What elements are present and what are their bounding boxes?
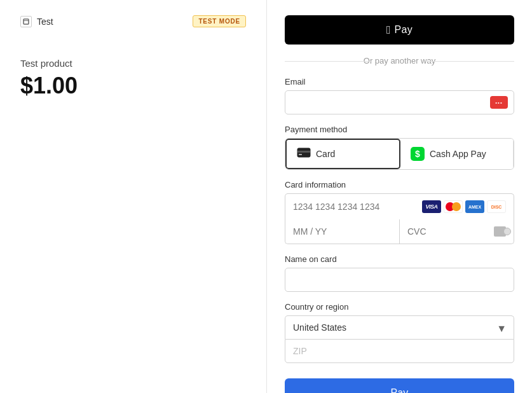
mastercard-icon xyxy=(444,200,463,213)
card-number-row: VISA AMEX DISC xyxy=(285,193,514,219)
name-field-group: Name on card xyxy=(285,254,514,292)
card-info-label: Card information xyxy=(285,180,514,190)
card-info-section: Card information VISA AMEX DISC xyxy=(285,180,514,244)
name-input[interactable] xyxy=(285,268,514,292)
autofill-icon xyxy=(490,96,508,109)
apple-logo-icon:  xyxy=(386,24,391,36)
apple-pay-label: Pay xyxy=(395,24,413,36)
svg-rect-0 xyxy=(24,19,29,24)
amex-icon: AMEX xyxy=(465,200,484,213)
logo-text: Test xyxy=(37,17,53,27)
email-wrapper xyxy=(285,90,514,114)
zip-input[interactable] xyxy=(285,339,514,363)
tab-card[interactable]: Card xyxy=(285,139,400,169)
product-price: $1.00 xyxy=(20,72,246,99)
test-mode-badge: TEST MODE xyxy=(193,15,246,27)
visa-icon: VISA xyxy=(422,200,441,213)
svg-rect-3 xyxy=(297,151,310,153)
country-field-group: Country or region United States United K… xyxy=(285,302,514,363)
name-label: Name on card xyxy=(285,254,514,264)
logo-icon xyxy=(20,16,32,27)
tab-cashapp[interactable]: $ Cash App Pay xyxy=(400,139,514,169)
email-input[interactable] xyxy=(285,90,514,114)
left-header: Test TEST MODE xyxy=(20,15,246,27)
left-panel: Test TEST MODE Test product $1.00 Powere… xyxy=(0,0,267,393)
tab-cashapp-label: Cash App Pay xyxy=(430,149,486,159)
card-expiry-field xyxy=(285,219,399,244)
or-separator: Or pay another way xyxy=(285,56,514,66)
cvc-input[interactable] xyxy=(407,226,494,237)
cvc-chip-icon xyxy=(494,226,506,237)
email-field-group: Email xyxy=(285,77,514,114)
cashapp-tab-icon: $ xyxy=(411,147,425,161)
expiry-input[interactable] xyxy=(293,226,392,237)
country-label: Country or region xyxy=(285,302,514,312)
payment-tabs: Card $ Cash App Pay xyxy=(285,138,514,170)
payment-method-label: Payment method xyxy=(285,125,514,134)
tab-card-label: Card xyxy=(316,149,335,159)
card-icons: VISA AMEX DISC xyxy=(422,200,506,213)
card-tab-icon xyxy=(297,148,311,160)
right-panel:  Pay Or pay another way Email Payment m… xyxy=(267,0,532,393)
discover-icon: DISC xyxy=(487,200,506,213)
apple-pay-button[interactable]:  Pay xyxy=(285,15,514,45)
country-select[interactable]: United States United Kingdom Canada Aust… xyxy=(285,315,514,339)
card-cvc-field xyxy=(399,219,514,244)
pay-button[interactable]: Pay xyxy=(285,378,514,393)
expiry-cvc-row xyxy=(285,219,514,244)
logo-area: Test xyxy=(20,16,53,27)
svg-rect-4 xyxy=(299,154,302,155)
payment-method-section: Payment method Card $ Cash App Pay xyxy=(285,125,514,170)
product-name: Test product xyxy=(20,58,246,69)
country-select-wrapper: United States United Kingdom Canada Aust… xyxy=(285,315,514,339)
email-label: Email xyxy=(285,77,514,86)
card-number-input[interactable] xyxy=(293,202,422,212)
